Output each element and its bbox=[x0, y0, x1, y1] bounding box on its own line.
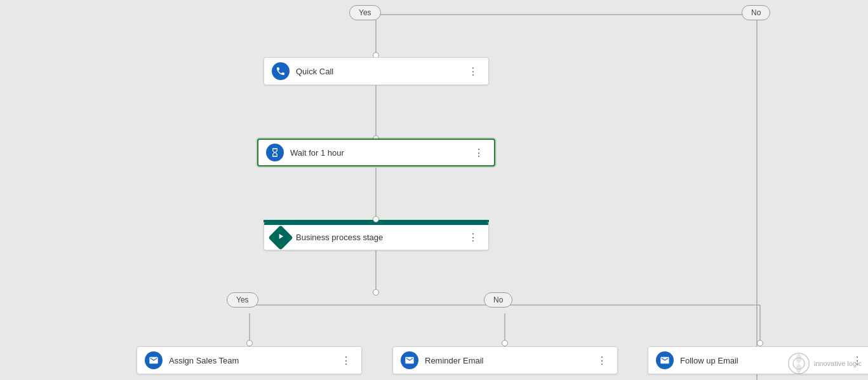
connector-dot-bp-bottom bbox=[373, 289, 379, 295]
phone-icon bbox=[272, 62, 290, 80]
assign-sales-label: Assign Sales Team bbox=[169, 356, 338, 365]
connector-dot-reminder-top bbox=[502, 340, 508, 346]
assign-sales-node[interactable]: Assign Sales Team ⋮ bbox=[137, 346, 362, 374]
reminder-email-menu[interactable]: ⋮ bbox=[594, 352, 610, 369]
wait-node[interactable]: Wait for 1 hour ⋮ bbox=[257, 139, 495, 166]
watermark-text: innovative logic bbox=[814, 359, 862, 368]
badge-mid-no: No bbox=[484, 292, 512, 308]
connector-dot-assign-top bbox=[246, 340, 253, 346]
workflow-canvas: Yes No Quick Call ⋮ Wait for 1 hour ⋮ bbox=[0, 0, 868, 380]
quick-call-menu[interactable]: ⋮ bbox=[465, 63, 481, 80]
wait-icon bbox=[266, 144, 284, 161]
assign-email-icon bbox=[145, 351, 163, 369]
reminder-email-label: Reminder Email bbox=[425, 356, 594, 365]
bp-stage-node[interactable]: Business process stage ⋮ bbox=[264, 222, 489, 250]
reminder-email-node[interactable]: Reminder Email ⋮ bbox=[392, 346, 618, 374]
reminder-email-icon bbox=[401, 351, 418, 369]
wait-label: Wait for 1 hour bbox=[290, 148, 471, 158]
follow-up-email-icon bbox=[656, 351, 674, 369]
connector-dot-followup-top bbox=[757, 340, 763, 346]
badge-top-no: No bbox=[742, 5, 770, 20]
watermark-logo bbox=[787, 352, 810, 375]
quick-call-label: Quick Call bbox=[296, 67, 465, 76]
bp-stage-label: Business process stage bbox=[296, 233, 465, 242]
stage-icon bbox=[268, 225, 293, 250]
badge-mid-yes: Yes bbox=[227, 292, 258, 308]
assign-sales-menu[interactable]: ⋮ bbox=[338, 352, 354, 369]
watermark: innovative logic bbox=[787, 352, 862, 375]
connector-dot-bp-top bbox=[373, 216, 379, 222]
quick-call-node[interactable]: Quick Call ⋮ bbox=[264, 57, 489, 85]
wait-menu[interactable]: ⋮ bbox=[471, 144, 486, 161]
badge-top-yes: Yes bbox=[349, 5, 381, 20]
bp-stage-menu[interactable]: ⋮ bbox=[465, 229, 481, 246]
